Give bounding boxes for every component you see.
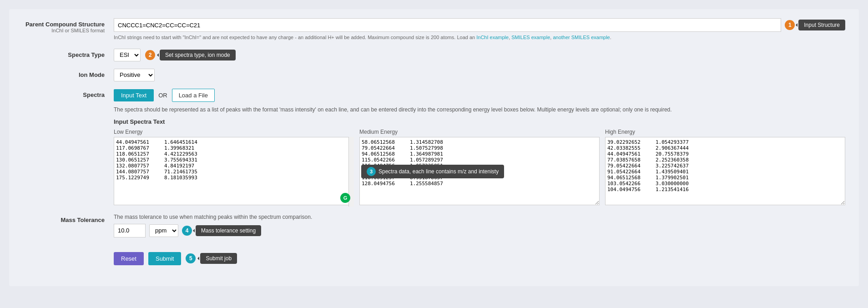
mass-tolerance-tooltip: Mass tolerance setting (196, 225, 261, 236)
inchi-example-link[interactable]: InChI example (476, 35, 509, 40)
submit-button[interactable]: Submit (148, 252, 181, 265)
spectra-type-controls: ESI EI CI 2 Set spectra type, ion mode (114, 49, 845, 61)
action-label-spacer (23, 245, 114, 247)
ion-mode-controls: Positive Negative (114, 69, 845, 81)
parent-compound-content: 1 Input Structure InChI strings need to … (114, 18, 845, 41)
ion-mode-label: Ion Mode (23, 69, 114, 78)
help-text: InChI strings need to start with "InChI=… (114, 34, 845, 41)
badge-5: 5 (186, 253, 196, 263)
low-energy-label: Low Energy (114, 129, 354, 135)
ion-mode-row: Ion Mode Positive Negative (23, 69, 845, 81)
input-spectra-section: Input Spectra Text Low Energy 44.0494756… (114, 118, 845, 207)
spectra-row: Spectra Input Text OR Load a File The sp… (23, 89, 845, 207)
mass-tolerance-content: The mass tolerance to use when matching … (114, 214, 845, 237)
another-smiles-link[interactable]: another SMILES example (553, 35, 610, 40)
spectra-type-row: Spectra Type ESI EI CI 2 Set spectra typ… (23, 49, 845, 61)
parent-compound-input[interactable] (114, 18, 781, 32)
high-energy-col: High Energy 39.02292652 1.054293377 42.0… (605, 129, 845, 207)
mass-tolerance-label: Mass Tolerance (23, 214, 114, 223)
high-energy-textarea[interactable]: 39.02292652 1.054293377 42.03382555 2.90… (605, 137, 845, 205)
spectra-label: Spectra (23, 89, 114, 98)
medium-energy-label: Medium Energy (359, 129, 600, 135)
badge-1: 1 (785, 20, 795, 30)
input-text-button[interactable]: Input Text (114, 89, 154, 101)
or-text: OR (158, 92, 167, 99)
spectra-type-select[interactable]: ESI EI CI (114, 49, 141, 61)
mass-tolerance-input[interactable] (114, 224, 146, 237)
high-energy-label: High Energy (605, 129, 845, 135)
low-energy-wrapper: 44.04947561 1.646451614 117.0698767 1.39… (114, 137, 354, 207)
smiles-example-link[interactable]: SMILES example (511, 35, 550, 40)
action-buttons: Reset Submit 5 Submit job (114, 252, 845, 265)
low-energy-textarea[interactable]: 44.04947561 1.646451614 117.0698767 1.39… (114, 137, 354, 205)
spectra-type-content: ESI EI CI 2 Set spectra type, ion mode (114, 49, 845, 61)
parent-compound-label: Parent Compound Structure InChI or SMILE… (23, 18, 114, 33)
mass-tolerance-unit-select[interactable]: ppm Da (149, 224, 178, 237)
action-row: Reset Submit 5 Submit job (23, 245, 845, 265)
input-spectra-title: Input Spectra Text (114, 118, 845, 125)
spectra-type-tooltip: Set spectra type, ion mode (160, 50, 236, 61)
parent-compound-row: Parent Compound Structure InChI or SMILE… (23, 18, 845, 41)
badge-2: 2 (145, 50, 155, 60)
badge-3: 3 (367, 167, 376, 176)
grammarly-button[interactable]: G (340, 193, 350, 203)
action-content: Reset Submit 5 Submit job (114, 245, 845, 265)
energy-columns: Low Energy 44.04947561 1.646451614 117.0… (114, 129, 845, 207)
spectra-buttons: Input Text OR Load a File (114, 89, 845, 102)
submit-job-tooltip: Submit job (200, 253, 237, 264)
spectra-content: Input Text OR Load a File The spectra sh… (114, 89, 845, 207)
spectra-type-label: Spectra Type (23, 49, 114, 58)
ion-mode-content: Positive Negative (114, 69, 845, 81)
mass-tolerance-row: Mass Tolerance The mass tolerance to use… (23, 214, 845, 237)
spectra-data-tooltip: 3 Spectra data, each line contains m/z a… (361, 165, 504, 178)
ion-mode-select[interactable]: Positive Negative (114, 69, 155, 81)
load-file-button[interactable]: Load a File (172, 89, 215, 102)
mass-tolerance-desc: The mass tolerance to use when matching … (114, 214, 845, 220)
input-structure-row: 1 Input Structure (114, 18, 845, 32)
badge-4: 4 (182, 226, 192, 236)
main-container: Parent Compound Structure InChI or SMILE… (9, 9, 859, 286)
reset-button[interactable]: Reset (114, 252, 144, 265)
input-structure-tooltip: Input Structure (798, 20, 845, 30)
mass-tolerance-controls: ppm Da 4 Mass tolerance setting (114, 224, 845, 237)
spectra-info-text: The spectra should be represented as a l… (114, 106, 845, 114)
low-energy-col: Low Energy 44.04947561 1.646451614 117.0… (114, 129, 354, 207)
high-energy-wrapper: 39.02292652 1.054293377 42.03382555 2.90… (605, 137, 845, 207)
